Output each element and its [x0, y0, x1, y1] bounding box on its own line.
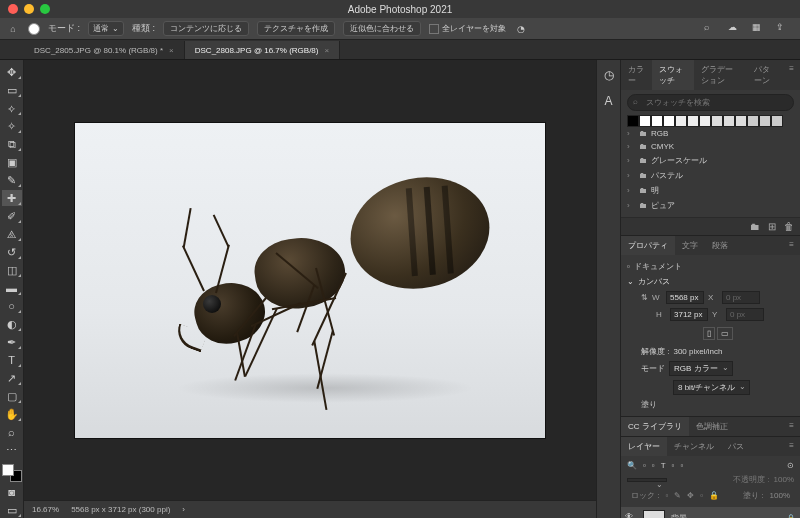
stamp-tool[interactable]: ⧌: [2, 226, 22, 242]
lasso-tool[interactable]: ⟡: [2, 100, 22, 116]
close-icon[interactable]: ×: [324, 46, 329, 55]
lock-icon[interactable]: ▫: [665, 491, 668, 500]
lock-icon[interactable]: 🔒: [709, 491, 719, 500]
brush-tool[interactable]: ✐: [2, 208, 22, 224]
layer-name[interactable]: 背景: [671, 513, 687, 519]
filter-icon[interactable]: 🔍: [627, 461, 637, 470]
tab-properties[interactable]: プロパティ: [621, 236, 675, 255]
panel-menu-icon[interactable]: ≡: [783, 437, 800, 456]
zoom-tool[interactable]: ⌕: [2, 424, 22, 440]
tab-adjustments[interactable]: 色調補正: [689, 417, 735, 436]
lock-icon[interactable]: ✥: [687, 491, 694, 500]
tab-channels[interactable]: チャンネル: [667, 437, 721, 456]
orientation-landscape[interactable]: ▭: [717, 327, 733, 340]
pressure-icon[interactable]: ◔: [514, 22, 528, 36]
close-icon[interactable]: ×: [169, 46, 174, 55]
color-swatches[interactable]: [2, 464, 22, 482]
document-tab[interactable]: DSC_2808.JPG @ 16.7% (RGB/8)×: [185, 41, 340, 59]
tab-paths[interactable]: パス: [721, 437, 751, 456]
gradient-tool[interactable]: ▬: [2, 280, 22, 296]
swatch-folder[interactable]: ›🖿RGB: [627, 127, 794, 140]
tab-paragraph[interactable]: 段落: [705, 236, 735, 255]
home-icon[interactable]: ⌂: [6, 22, 20, 36]
trash-icon[interactable]: 🗑: [784, 221, 794, 232]
y-field[interactable]: 0 px: [726, 308, 764, 321]
canvas[interactable]: [24, 60, 596, 500]
mode-dropdown[interactable]: 通常⌄: [88, 21, 124, 36]
filter-toggle[interactable]: ⊙: [787, 461, 794, 470]
lock-icon[interactable]: ▫: [700, 491, 703, 500]
workspace-icon[interactable]: ▦: [752, 22, 766, 36]
bitdepth-dropdown[interactable]: 8 bit/チャンネル: [673, 380, 750, 395]
tab-gradients[interactable]: グラデーション: [694, 60, 747, 90]
type-tool[interactable]: T: [2, 352, 22, 368]
cloud-icon[interactable]: ☁: [728, 22, 742, 36]
swatch-folder[interactable]: ›🖿ピュア: [627, 198, 794, 213]
zoom-level[interactable]: 16.67%: [32, 505, 59, 514]
create-texture-button[interactable]: テクスチャを作成: [257, 21, 335, 36]
dodge-tool[interactable]: ◐: [2, 316, 22, 332]
maximize-button[interactable]: [40, 4, 50, 14]
crop-tool[interactable]: ⧉: [2, 136, 22, 152]
filter-type[interactable]: ▫: [643, 461, 646, 470]
all-layers-checkbox[interactable]: 全レイヤーを対象: [429, 23, 506, 34]
tab-character[interactable]: 文字: [675, 236, 705, 255]
content-aware-button[interactable]: コンテンツに応じる: [163, 21, 249, 36]
document-tab[interactable]: DSC_2805.JPG @ 80.1% (RGB/8) *×: [24, 41, 185, 59]
marquee-tool[interactable]: ▭: [2, 82, 22, 98]
frame-tool[interactable]: ▣: [2, 154, 22, 170]
new-icon[interactable]: ⊞: [768, 221, 776, 232]
colormode-dropdown[interactable]: RGB カラー: [669, 361, 733, 376]
healing-tool[interactable]: ✚: [2, 190, 22, 206]
swatch-folder[interactable]: ›🖿パステル: [627, 168, 794, 183]
layer-row[interactable]: 👁 背景 🔒: [621, 507, 800, 518]
minimize-button[interactable]: [24, 4, 34, 14]
search-icon[interactable]: ⌕: [704, 22, 718, 36]
tab-patterns[interactable]: パターン: [747, 60, 783, 90]
link-icon[interactable]: ⇅: [641, 293, 648, 302]
filter-type[interactable]: ▫: [672, 461, 675, 470]
x-field[interactable]: 0 px: [722, 291, 760, 304]
panel-menu-icon[interactable]: ≡: [783, 417, 800, 436]
history-icon[interactable]: ◷: [604, 68, 614, 82]
move-tool[interactable]: ✥: [2, 64, 22, 80]
path-tool[interactable]: ↗: [2, 370, 22, 386]
height-field[interactable]: 3712 px: [670, 308, 708, 321]
panel-menu-icon[interactable]: ≡: [783, 236, 800, 255]
share-icon[interactable]: ⇪: [776, 22, 790, 36]
filter-type[interactable]: ▫: [652, 461, 655, 470]
orientation-portrait[interactable]: ▯: [703, 327, 715, 340]
opacity-value[interactable]: 100%: [774, 475, 794, 484]
brush-preview[interactable]: [28, 23, 40, 35]
swatch-folder[interactable]: ›🖿グレースケール: [627, 153, 794, 168]
swatch-search[interactable]: スウォッチを検索: [627, 94, 794, 111]
fill-value[interactable]: 100%: [770, 491, 790, 500]
screenmode-toggle[interactable]: ▭: [2, 502, 22, 518]
canvas-section[interactable]: カンバス: [638, 276, 670, 287]
pen-tool[interactable]: ✒: [2, 334, 22, 350]
visibility-icon[interactable]: 👁: [625, 512, 637, 518]
filter-type[interactable]: ▫: [680, 461, 683, 470]
history-brush-tool[interactable]: ↺: [2, 244, 22, 260]
document-info[interactable]: 5568 px x 3712 px (300 ppi): [71, 505, 170, 514]
wand-tool[interactable]: ✧: [2, 118, 22, 134]
filter-type[interactable]: T: [661, 461, 666, 470]
hand-tool[interactable]: ✋: [2, 406, 22, 422]
panel-menu-icon[interactable]: ≡: [783, 60, 800, 90]
eraser-tool[interactable]: ◫: [2, 262, 22, 278]
blur-tool[interactable]: ○: [2, 298, 22, 314]
shape-tool[interactable]: ▢: [2, 388, 22, 404]
blend-dropdown[interactable]: [627, 478, 667, 482]
folder-icon[interactable]: 🖿: [750, 221, 760, 232]
tab-layers[interactable]: レイヤー: [621, 437, 667, 456]
layer-thumbnail[interactable]: [643, 510, 665, 518]
swatch-row[interactable]: [627, 115, 794, 127]
swatch-folder[interactable]: ›🖿CMYK: [627, 140, 794, 153]
lock-icon[interactable]: ✎: [674, 491, 681, 500]
swatch-folder[interactable]: ›🖿明: [627, 183, 794, 198]
tab-color[interactable]: カラー: [621, 60, 652, 90]
edit-toolbar[interactable]: ⋯: [2, 442, 22, 458]
chevron-right-icon[interactable]: ›: [182, 505, 185, 514]
tab-libraries[interactable]: CC ライブラリ: [621, 417, 689, 436]
quickmask-toggle[interactable]: ◙: [2, 484, 22, 500]
